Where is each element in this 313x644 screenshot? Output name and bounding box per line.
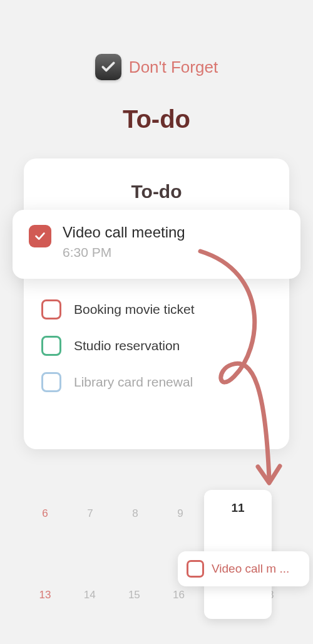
calendar-event-chip[interactable]: Video call m ... xyxy=(178,551,309,586)
checkbox-icon[interactable] xyxy=(41,336,61,356)
item-text: Video call meeting 6:30 PM xyxy=(63,224,185,260)
app-logo-icon xyxy=(95,54,121,80)
calendar-day[interactable]: 13 xyxy=(25,589,65,601)
checkbox-icon[interactable] xyxy=(41,372,61,392)
list-item[interactable]: Booking movie ticket xyxy=(41,299,272,319)
item-time: 6:30 PM xyxy=(63,245,185,260)
todo-items-list: Booking movie ticket Studio reservation … xyxy=(24,299,289,392)
item-label: Studio reservation xyxy=(74,338,180,353)
card-title: To-do xyxy=(24,181,289,202)
calendar-day[interactable]: 15 xyxy=(114,589,154,601)
checkmark-icon xyxy=(100,59,116,75)
calendar-day[interactable]: 14 xyxy=(69,589,110,601)
checked-checkbox-icon[interactable] xyxy=(29,225,51,247)
calendar-row: 6 7 8 9 xyxy=(25,507,200,520)
checkbox-icon[interactable] xyxy=(41,299,61,319)
checkbox-icon[interactable] xyxy=(187,560,204,578)
list-item[interactable]: Studio reservation xyxy=(41,336,272,356)
item-label: Library card renewal xyxy=(74,375,193,390)
calendar-day[interactable]: 6 xyxy=(25,507,65,520)
event-label: Video call m ... xyxy=(212,562,289,576)
todo-card: To-do Booking movie ticket Studio reserv… xyxy=(24,158,289,449)
calendar-day[interactable]: 16 xyxy=(159,589,199,601)
highlighted-todo-item[interactable]: Video call meeting 6:30 PM xyxy=(13,210,300,279)
page-title: To-do xyxy=(0,105,313,133)
calendar-day-number: 11 xyxy=(204,501,272,515)
app-header: Don't Forget xyxy=(0,0,313,80)
list-item[interactable]: Library card renewal xyxy=(41,372,272,392)
item-label: Booking movie ticket xyxy=(74,302,195,317)
calendar-day[interactable]: 7 xyxy=(70,507,110,520)
calendar-day[interactable]: 9 xyxy=(160,507,200,520)
app-title: Don't Forget xyxy=(129,58,218,77)
item-label: Video call meeting xyxy=(63,224,185,241)
calendar-day[interactable]: 8 xyxy=(115,507,155,520)
